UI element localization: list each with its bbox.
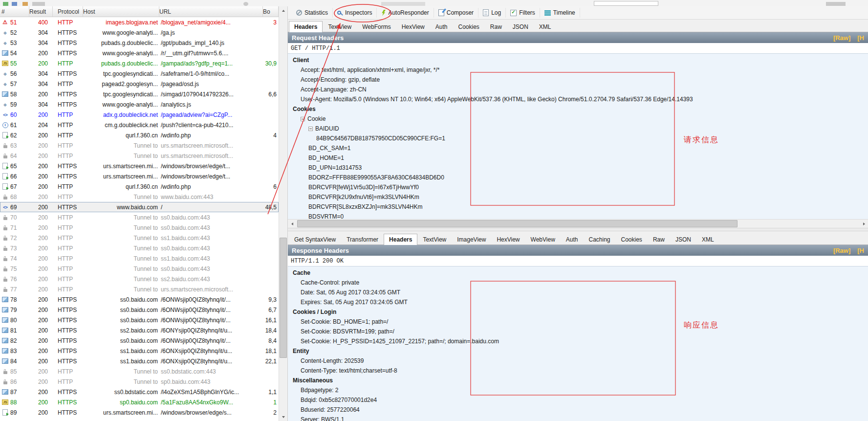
session-row[interactable]: 70200HTTPTunnel toss0.baidu.com:443 (0, 212, 279, 222)
response-tab-imageview[interactable]: ImageView (452, 234, 491, 244)
session-row[interactable]: ◆53304HTTPSpubads.g.doubleclic.../gpt/pu… (0, 38, 279, 48)
response-tab-headers[interactable]: Headers (384, 234, 417, 245)
session-row[interactable]: 89200HTTPSurs.smartscreen.mi.../windows/… (0, 407, 279, 418)
session-row[interactable]: ◆52304HTTPSwww.google-analyti.../ga.js (0, 27, 279, 38)
session-list-scrollbar[interactable] (279, 6, 287, 421)
scrollbar-track[interactable] (279, 15, 287, 413)
session-row[interactable]: 67200HTTPqurl.f.360.cn/wdinfo.php6 (0, 181, 279, 192)
scroll-left-button[interactable] (288, 220, 296, 228)
session-row[interactable]: 87200HTTPSss0.bdstatic.com/l4oZeXSm1A5Bp… (0, 387, 279, 397)
column-header-protocol[interactable]: Protocol (53, 6, 83, 17)
session-row[interactable]: 81200HTTPSss2.baidu.com/6ONYsjip0QIZ8tyh… (0, 325, 279, 335)
session-row[interactable]: ◆57304HTTPpagead2.googlesyn.../pagead/os… (0, 79, 279, 89)
response-tab-xml[interactable]: XML (696, 234, 719, 244)
session-list-header[interactable]: # Result Protocol Host URL Bo (0, 6, 279, 17)
request-tab-hexview[interactable]: HexView (396, 21, 430, 32)
toolbar-item-timeline[interactable]: Timeline (540, 8, 580, 18)
toolbar-item-filters[interactable]: Filters (506, 8, 540, 18)
session-row[interactable]: 83200HTTPSss1.baidu.com/6ONXsjip0QIZ8tyh… (0, 346, 279, 356)
session-number: 57 (10, 81, 17, 88)
scroll-right-button[interactable] (860, 220, 868, 228)
response-tab-auth[interactable]: Auth (561, 234, 584, 244)
request-tab-headers[interactable]: Headers (289, 21, 323, 32)
response-tab-raw[interactable]: Raw (648, 234, 670, 244)
session-row[interactable]: 77200HTTPTunnel tours.smartscreen.micros… (0, 284, 279, 294)
session-row[interactable]: JS55200HTTPpubads.g.doubleclic.../gampad… (0, 58, 279, 68)
session-cell-result: 200 (29, 214, 53, 221)
session-row[interactable]: 74200HTTPTunnel toss1.baidu.com:443 (0, 253, 279, 264)
toolbar-item-statistics[interactable]: Statistics (292, 8, 333, 18)
collapse-toggle-icon[interactable] (308, 127, 313, 131)
session-row[interactable]: 68200HTTPTunnel towww.baidu.com:443 (0, 192, 279, 202)
toolbar-item-composer[interactable]: Composer (434, 8, 478, 18)
session-cell-protocol: HTTP (53, 19, 83, 26)
response-tab-transformer[interactable]: Transformer (341, 234, 384, 244)
response-header-definitions-link[interactable]: [H (857, 247, 864, 254)
session-row[interactable]: 73200HTTPTunnel toss0.baidu.com:443 (0, 243, 279, 253)
column-header-result[interactable]: Result (29, 6, 53, 17)
session-row[interactable]: 82200HTTPSss0.baidu.com/6ONWsjip0QIZ8tyh… (0, 335, 279, 346)
session-row[interactable]: ◆59304HTTPSwww.google-analyti.../analyti… (0, 99, 279, 110)
request-tab-webforms[interactable]: WebForms (357, 21, 396, 32)
session-row[interactable]: 76200HTTPTunnel toss2.baidu.com:443 (0, 274, 279, 284)
scrollbar-thumb[interactable] (297, 220, 738, 227)
session-cell-result: 200 (29, 348, 53, 355)
response-tab-textview[interactable]: TextView (417, 234, 452, 244)
request-header-text: User-Agent: Mozilla/5.0 (Windows NT 10.0… (301, 96, 693, 103)
response-tab-caching[interactable]: Caching (583, 234, 615, 244)
response-tab-webview[interactable]: WebView (525, 234, 561, 244)
request-tab-textview[interactable]: TextView (323, 21, 357, 32)
request-header-definitions-link[interactable]: [H (857, 34, 864, 42)
session-row[interactable]: 65200HTTPSurs.smartscreen.mi.../windows/… (0, 161, 279, 171)
session-row[interactable]: 64200HTTPTunnel tours.smartscreen.micros… (0, 151, 279, 161)
pane-splitter[interactable] (288, 228, 868, 231)
response-tab-cookies[interactable]: Cookies (616, 234, 648, 244)
session-row[interactable]: 78200HTTPSss0.baidu.com/6ONWsjip0QIZ8tyh… (0, 294, 279, 305)
request-tab-json[interactable]: JSON (507, 21, 534, 32)
toolbar-item-inspectors[interactable]: Inspectors (333, 8, 377, 18)
session-cell-number: 80 (0, 317, 29, 324)
session-row[interactable]: 85200HTTPTunnel toss0.bdstatic.com:443 (0, 366, 279, 377)
session-row[interactable]: 80200HTTPSss0.baidu.com/6ONWsjip0QIZ8tyh… (0, 315, 279, 325)
response-raw-link[interactable]: [Raw] (833, 247, 850, 254)
session-row[interactable]: 79200HTTPSss0.baidu.com/6ONWsjip0QIZ8tyh… (0, 305, 279, 315)
session-row[interactable]: 66200HTTPSurs.smartscreen.mi.../windows/… (0, 171, 279, 181)
session-cell-url: www.baidu.com:443 (159, 194, 263, 200)
scrollbar-thumb[interactable] (280, 238, 287, 358)
request-tab-xml[interactable]: XML (534, 21, 557, 32)
toolbar-item-autoresponder[interactable]: AutoResponder (377, 8, 434, 18)
session-row[interactable]: JS88200HTTPSsp0.baidu.com/5a1Fazu8AA54nx… (0, 397, 279, 407)
request-tab-cookies[interactable]: Cookies (453, 21, 484, 32)
session-row[interactable]: ⚠51400HTTPimages.blogjava.net/blogjava_n… (0, 17, 279, 27)
column-header-body[interactable]: Bo (263, 6, 279, 17)
toolbar-item-log[interactable]: Log (478, 8, 506, 18)
session-row[interactable]: i61204HTTPcm.g.doubleclick.net/push?clie… (0, 120, 279, 130)
column-header-number[interactable]: # (0, 6, 29, 17)
session-row[interactable]: 63200HTTPTunnel tours.smartscreen.micros… (0, 140, 279, 151)
scroll-up-button[interactable] (279, 6, 287, 15)
column-header-host[interactable]: Host (83, 6, 159, 17)
session-row[interactable]: ◆56304HTTPStpc.googlesyndicati.../safefr… (0, 68, 279, 79)
session-row[interactable]: 58200HTTPStpc.googlesyndicati.../simgad/… (0, 89, 279, 99)
request-horizontal-scrollbar[interactable] (288, 219, 868, 228)
session-row[interactable]: <>69200HTTPSwww.baidu.com/48,5 (0, 202, 279, 212)
column-header-url[interactable]: URL (159, 6, 263, 17)
request-tab-auth[interactable]: Auth (430, 21, 453, 32)
response-tab-get-syntaxview[interactable]: Get SyntaxView (289, 234, 341, 244)
scroll-down-button[interactable] (279, 413, 287, 421)
session-row[interactable]: 54200HTTPSwww.google-analyti.../r/__utm.… (0, 48, 279, 58)
session-row[interactable]: 71200HTTPTunnel toss0.baidu.com:443 (0, 222, 279, 233)
session-cell-url: ss0.baidu.com:443 (159, 266, 263, 272)
session-row[interactable]: 75200HTTPTunnel toss0.baidu.com:443 (0, 264, 279, 274)
session-row[interactable]: 84200HTTPSss1.baidu.com/6ONXsjip0QIZ8tyh… (0, 356, 279, 366)
response-tab-hexview[interactable]: HexView (491, 234, 525, 244)
request-tab-raw[interactable]: Raw (485, 21, 507, 32)
collapse-toggle-icon[interactable] (301, 117, 305, 121)
request-raw-link[interactable]: [Raw] (833, 34, 850, 42)
session-row[interactable]: <>60200HTTPadx.g.doubleclick.net/pagead/… (0, 110, 279, 120)
session-row[interactable]: 86200HTTPTunnel tosp0.baidu.com:443 (0, 377, 279, 387)
response-tab-json[interactable]: JSON (670, 234, 696, 244)
session-row[interactable]: 62200HTTPqurl.f.360.cn/wdinfo.php4 (0, 130, 279, 140)
scrollbar-track[interactable] (296, 220, 860, 228)
session-row[interactable]: 72200HTTPTunnel toss1.baidu.com:443 (0, 233, 279, 243)
